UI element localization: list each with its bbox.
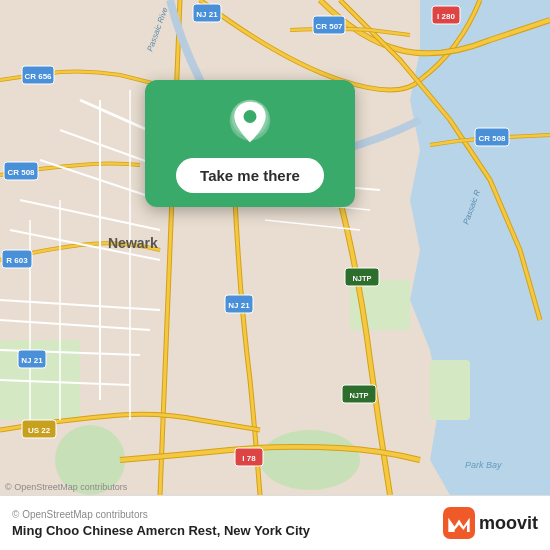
map-container: CR 656 NJ 21 CR 507 I 280 CR 508 CR 508 …	[0, 0, 550, 495]
moovit-text: moovit	[479, 513, 538, 534]
map-svg: CR 656 NJ 21 CR 507 I 280 CR 508 CR 508 …	[0, 0, 550, 495]
moovit-logo: moovit	[443, 507, 538, 539]
svg-text:Park Bay: Park Bay	[465, 460, 502, 470]
svg-text:CR 507: CR 507	[315, 22, 343, 31]
svg-text:CR 508: CR 508	[7, 168, 35, 177]
svg-rect-6	[430, 360, 470, 420]
svg-text:R 603: R 603	[6, 256, 28, 265]
place-name: Ming Choo Chinese Amercn Rest, New York …	[12, 523, 310, 538]
overlay-card: Take me there	[145, 80, 355, 207]
svg-text:I 280: I 280	[437, 12, 455, 21]
take-me-there-button[interactable]: Take me there	[176, 158, 324, 193]
svg-text:© OpenStreetMap contributors: © OpenStreetMap contributors	[5, 482, 128, 492]
svg-text:NJTP: NJTP	[349, 391, 368, 400]
svg-text:Newark: Newark	[108, 235, 158, 251]
svg-text:NJ 21: NJ 21	[196, 10, 218, 19]
moovit-icon	[443, 507, 475, 539]
svg-text:NJ 21: NJ 21	[228, 301, 250, 310]
svg-text:NJ 21: NJ 21	[21, 356, 43, 365]
svg-point-8	[260, 430, 360, 490]
bottom-info: © OpenStreetMap contributors Ming Choo C…	[12, 509, 310, 538]
svg-marker-3	[450, 420, 550, 495]
svg-text:I 78: I 78	[242, 454, 256, 463]
svg-point-61	[244, 110, 257, 123]
svg-text:CR 656: CR 656	[24, 72, 52, 81]
map-attribution: © OpenStreetMap contributors	[12, 509, 310, 520]
bottom-bar: © OpenStreetMap contributors Ming Choo C…	[0, 495, 550, 550]
location-pin-icon	[226, 98, 274, 146]
svg-text:NJTP: NJTP	[352, 274, 371, 283]
svg-text:CR 508: CR 508	[478, 134, 506, 143]
svg-text:US 22: US 22	[28, 426, 51, 435]
